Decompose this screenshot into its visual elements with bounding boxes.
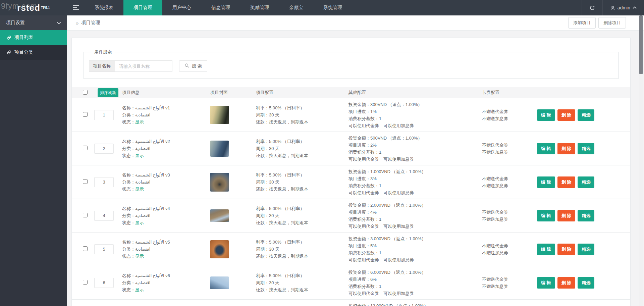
invest-line: 投资金额：300VND （返点：1.00%）	[348, 101, 482, 108]
coupon-line: 不赠送代金券	[482, 242, 537, 249]
row-checkbox[interactable]	[83, 280, 88, 285]
nav-item-rewards[interactable]: 奖励管理	[240, 0, 279, 15]
edit-button[interactable]: 编 辑	[537, 109, 555, 121]
coupon-line: 不赠送代金券	[482, 209, 537, 216]
feature-button[interactable]: 精选	[578, 143, 594, 154]
sort-input[interactable]	[94, 177, 114, 187]
nav-item-users[interactable]: 用户中心	[162, 0, 201, 15]
delete-button[interactable]: 删 除	[557, 176, 576, 188]
project-status: 状态：显示	[122, 152, 210, 159]
points-line: 消费积分基数：1	[348, 249, 482, 256]
feature-button[interactable]: 精选	[578, 277, 594, 289]
sidebar-item-project-list[interactable]: 项目列表	[0, 30, 67, 45]
sidebar-item-label: 项目列表	[14, 35, 33, 41]
row-checkbox[interactable]	[83, 246, 88, 251]
project-status: 状态：显示	[122, 219, 210, 226]
progress-line: 项目进度：4%	[348, 209, 482, 216]
sidebar-group-project-settings[interactable]: 项目设置	[0, 15, 67, 30]
table-row: 名称：الألواح الشمسية v3 分类：اقتصادية 状态：显示 …	[72, 165, 630, 199]
nav-item-system[interactable]: 系统管理	[313, 0, 352, 15]
delete-button[interactable]: 删 除	[557, 277, 576, 289]
scrollbar-thumb[interactable]	[639, 15, 643, 74]
delete-button[interactable]: 删 除	[557, 244, 576, 255]
search-fieldset: 条件搜索 项目名称 搜 索	[84, 49, 619, 79]
progress-line: 项目进度：6%	[348, 276, 482, 283]
table-row: 名称：الألواح الشمسية v7 分类：اقتصادية 状态：显示 …	[72, 300, 630, 306]
page-title: 项目管理	[81, 20, 100, 26]
project-name: 名称：الألواح الشمسية v1	[122, 104, 210, 111]
project-category: 分类：اقتصادية	[122, 178, 210, 186]
content-panel: 条件搜索 项目名称 搜 索 排序刷新 项目信息 项目封面 项目配置 其他配置	[71, 38, 631, 306]
sort-input[interactable]	[94, 244, 114, 254]
coupon-line: 不赠送加息券	[482, 216, 537, 223]
usable-coupons-line: 可以使用代金券 可以使用加息券	[348, 156, 482, 163]
delete-button[interactable]: 删 除	[557, 109, 576, 121]
feature-button[interactable]: 精选	[578, 244, 594, 255]
user-icon	[610, 5, 615, 10]
delete-button[interactable]: 删 除	[557, 210, 576, 221]
sidebar: 项目设置 项目列表 项目分类	[0, 15, 67, 306]
table-row: 名称：الألواح الشمسية v1 分类：اقتصادية 状态：显示 …	[72, 98, 630, 132]
invest-line: 投资金额：2.000VND （返点：1.00%）	[348, 202, 482, 209]
status-toggle-link[interactable]: 显示	[135, 287, 144, 292]
main-nav: 系统报表 项目管理 用户中心 信息管理 奖励管理 余额宝 系统管理	[85, 0, 352, 15]
coupon-line: 不赠送代金券	[482, 142, 537, 149]
link-icon	[7, 35, 11, 40]
feature-button[interactable]: 精选	[578, 176, 594, 188]
nav-item-info[interactable]: 信息管理	[201, 0, 240, 15]
cycle-line: 周期：30 天	[256, 145, 348, 152]
nav-item-yuebao[interactable]: 余额宝	[279, 0, 313, 15]
invest-line: 投资金额：500VND （返点：1.00%）	[348, 135, 482, 142]
sort-input[interactable]	[94, 110, 114, 120]
table-row: 名称：الألواح الشمسية v2 分类：اقتصادية 状态：显示 …	[72, 132, 630, 165]
nav-item-reports[interactable]: 系统报表	[85, 0, 123, 15]
edit-button[interactable]: 编 辑	[537, 143, 555, 154]
sort-input[interactable]	[94, 211, 114, 221]
project-name-input[interactable]	[115, 60, 172, 72]
feature-button[interactable]: 精选	[578, 109, 594, 121]
delete-button[interactable]: 删 除	[557, 143, 576, 154]
coupon-line: 不赠送加息券	[482, 283, 537, 290]
feature-button[interactable]: 精选	[578, 210, 594, 221]
search-button[interactable]: 搜 索	[179, 60, 207, 72]
cycle-line: 周期：30 天	[256, 279, 348, 286]
add-project-button[interactable]: 添加项目	[568, 17, 596, 29]
select-all-checkbox[interactable]	[83, 90, 88, 95]
logo-version: TP5.1	[41, 6, 50, 10]
refresh-button[interactable]	[582, 0, 602, 15]
delete-project-button[interactable]: 删除项目	[598, 17, 626, 29]
row-checkbox[interactable]	[83, 146, 88, 150]
row-checkbox[interactable]	[83, 213, 88, 217]
status-toggle-link[interactable]: 显示	[135, 187, 144, 192]
sidebar-group-label: 项目设置	[6, 20, 25, 26]
nav-item-projects[interactable]: 项目管理	[123, 0, 162, 15]
cycle-line: 周期：30 天	[256, 212, 348, 219]
edit-button[interactable]: 编 辑	[537, 244, 555, 255]
edit-button[interactable]: 编 辑	[537, 176, 555, 188]
status-toggle-link[interactable]: 显示	[135, 254, 144, 259]
menu-toggle-icon[interactable]	[67, 0, 85, 15]
cycle-line: 周期：30 天	[256, 246, 348, 253]
rate-line: 利率：5.00% （日利率）	[256, 205, 348, 212]
row-checkbox[interactable]	[83, 112, 88, 117]
rate-line: 利率：5.00% （日利率）	[256, 239, 348, 246]
search-icon	[184, 63, 190, 69]
vertical-scrollbar[interactable]	[639, 15, 643, 306]
edit-button[interactable]: 编 辑	[537, 210, 555, 221]
row-checkbox[interactable]	[83, 179, 88, 184]
progress-line: 项目进度：2%	[348, 142, 482, 149]
status-toggle-link[interactable]: 显示	[135, 220, 144, 225]
edit-button[interactable]: 编 辑	[537, 277, 555, 289]
rate-line: 利率：5.00% （日利率）	[256, 104, 348, 111]
status-toggle-link[interactable]: 显示	[135, 119, 144, 124]
sort-input[interactable]	[94, 144, 114, 154]
points-line: 消费积分基数：1	[348, 115, 482, 122]
user-menu[interactable]: admin	[602, 0, 644, 15]
project-name: 名称：الألواح الشمسية v2	[122, 138, 210, 145]
status-toggle-link[interactable]: 显示	[135, 153, 144, 158]
project-status: 状态：显示	[122, 186, 210, 193]
sort-refresh-button[interactable]: 排序刷新	[98, 88, 118, 97]
project-thumbnail	[210, 209, 229, 222]
sidebar-item-project-category[interactable]: 项目分类	[0, 45, 67, 60]
sort-input[interactable]	[94, 278, 114, 288]
